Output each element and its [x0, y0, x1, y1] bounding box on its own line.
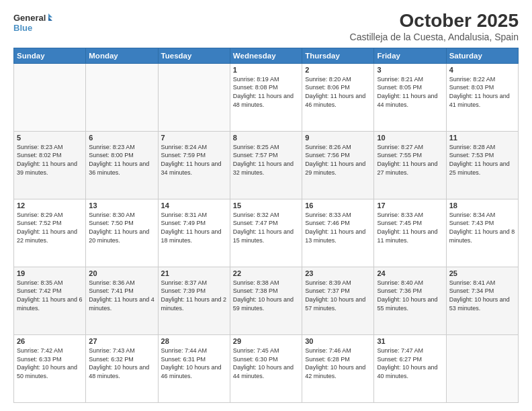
- day-number: 5: [17, 134, 83, 142]
- calendar-cell: 19Sunrise: 8:35 AM Sunset: 7:42 PM Dayli…: [14, 267, 86, 334]
- calendar-table: SundayMondayTuesdayWednesdayThursdayFrid…: [13, 48, 519, 403]
- calendar-cell: 5Sunrise: 8:23 AM Sunset: 8:02 PM Daylig…: [14, 131, 86, 199]
- calendar-week-5: 26Sunrise: 7:42 AM Sunset: 6:33 PM Dayli…: [14, 334, 519, 402]
- day-number: 2: [305, 66, 371, 74]
- day-info: Sunrise: 8:21 AM Sunset: 8:05 PM Dayligh…: [377, 75, 443, 109]
- calendar-cell: 1Sunrise: 8:19 AM Sunset: 8:08 PM Daylig…: [230, 63, 302, 131]
- calendar-header-monday: Monday: [86, 48, 158, 63]
- calendar-cell: 13Sunrise: 8:30 AM Sunset: 7:50 PM Dayli…: [86, 199, 158, 267]
- calendar-cell: 4Sunrise: 8:22 AM Sunset: 8:03 PM Daylig…: [446, 63, 518, 131]
- day-number: 24: [377, 269, 443, 277]
- day-number: 17: [377, 201, 443, 210]
- page-subtitle: Castilleja de la Cuesta, Andalusia, Spai…: [350, 32, 519, 42]
- day-number: 1: [233, 66, 299, 74]
- calendar-cell: 21Sunrise: 8:37 AM Sunset: 7:39 PM Dayli…: [158, 267, 230, 334]
- day-info: Sunrise: 8:39 AM Sunset: 7:37 PM Dayligh…: [305, 279, 371, 312]
- calendar-week-2: 5Sunrise: 8:23 AM Sunset: 8:02 PM Daylig…: [14, 131, 519, 199]
- day-info: Sunrise: 8:34 AM Sunset: 7:43 PM Dayligh…: [449, 211, 515, 244]
- day-number: 11: [449, 134, 515, 142]
- calendar-cell: 9Sunrise: 8:26 AM Sunset: 7:56 PM Daylig…: [302, 131, 374, 199]
- day-info: Sunrise: 8:31 AM Sunset: 7:49 PM Dayligh…: [161, 211, 227, 244]
- calendar-cell: 18Sunrise: 8:34 AM Sunset: 7:43 PM Dayli…: [446, 199, 518, 267]
- day-number: 8: [233, 134, 299, 142]
- calendar-header-saturday: Saturday: [446, 48, 518, 63]
- day-info: Sunrise: 8:26 AM Sunset: 7:56 PM Dayligh…: [305, 143, 371, 177]
- svg-text:General: General: [13, 13, 46, 23]
- day-info: Sunrise: 8:38 AM Sunset: 7:38 PM Dayligh…: [233, 279, 299, 312]
- calendar-cell: [14, 63, 86, 131]
- day-number: 25: [449, 269, 515, 277]
- calendar-cell: 14Sunrise: 8:31 AM Sunset: 7:49 PM Dayli…: [158, 199, 230, 267]
- day-number: 15: [233, 201, 299, 210]
- calendar-cell: 2Sunrise: 8:20 AM Sunset: 8:06 PM Daylig…: [302, 63, 374, 131]
- calendar-cell: 25Sunrise: 8:41 AM Sunset: 7:34 PM Dayli…: [446, 267, 518, 334]
- calendar-cell: 7Sunrise: 8:24 AM Sunset: 7:59 PM Daylig…: [158, 131, 230, 199]
- day-info: Sunrise: 8:23 AM Sunset: 8:02 PM Dayligh…: [17, 143, 83, 177]
- day-number: 13: [89, 201, 154, 210]
- day-info: Sunrise: 8:40 AM Sunset: 7:36 PM Dayligh…: [377, 279, 443, 312]
- calendar-cell: 17Sunrise: 8:33 AM Sunset: 7:45 PM Dayli…: [374, 199, 446, 267]
- day-number: 27: [89, 337, 154, 345]
- day-number: 28: [161, 337, 227, 345]
- calendar-cell: 15Sunrise: 8:32 AM Sunset: 7:47 PM Dayli…: [230, 199, 302, 267]
- logo-svg: General Blue: [13, 11, 54, 35]
- day-number: 4: [449, 66, 515, 74]
- calendar-header-wednesday: Wednesday: [230, 48, 302, 63]
- day-info: Sunrise: 8:35 AM Sunset: 7:42 PM Dayligh…: [17, 279, 83, 312]
- day-number: 31: [377, 337, 443, 345]
- day-info: Sunrise: 8:29 AM Sunset: 7:52 PM Dayligh…: [17, 211, 83, 244]
- calendar-cell: 23Sunrise: 8:39 AM Sunset: 7:37 PM Dayli…: [302, 267, 374, 334]
- day-number: 23: [305, 269, 371, 277]
- calendar-cell: 24Sunrise: 8:40 AM Sunset: 7:36 PM Dayli…: [374, 267, 446, 334]
- day-info: Sunrise: 7:42 AM Sunset: 6:33 PM Dayligh…: [17, 347, 83, 380]
- day-info: Sunrise: 8:33 AM Sunset: 7:45 PM Dayligh…: [377, 211, 443, 244]
- calendar-cell: [446, 334, 518, 402]
- calendar-cell: 30Sunrise: 7:46 AM Sunset: 6:28 PM Dayli…: [302, 334, 374, 402]
- calendar-cell: 20Sunrise: 8:36 AM Sunset: 7:41 PM Dayli…: [86, 267, 158, 334]
- day-info: Sunrise: 8:25 AM Sunset: 7:57 PM Dayligh…: [233, 143, 299, 177]
- calendar-cell: 12Sunrise: 8:29 AM Sunset: 7:52 PM Dayli…: [14, 199, 86, 267]
- day-number: 22: [233, 269, 299, 277]
- calendar-cell: 22Sunrise: 8:38 AM Sunset: 7:38 PM Dayli…: [230, 267, 302, 334]
- calendar-header-friday: Friday: [374, 48, 446, 63]
- calendar-cell: 31Sunrise: 7:47 AM Sunset: 6:27 PM Dayli…: [374, 334, 446, 402]
- day-number: 21: [161, 269, 227, 277]
- calendar-cell: 16Sunrise: 8:33 AM Sunset: 7:46 PM Dayli…: [302, 199, 374, 267]
- day-number: 9: [305, 134, 371, 142]
- calendar-header-row: SundayMondayTuesdayWednesdayThursdayFrid…: [14, 48, 519, 63]
- calendar-cell: 26Sunrise: 7:42 AM Sunset: 6:33 PM Dayli…: [14, 334, 86, 402]
- title-block: October 2025 Castilleja de la Cuesta, An…: [350, 11, 519, 42]
- calendar-header-thursday: Thursday: [302, 48, 374, 63]
- page-title: October 2025: [350, 11, 519, 32]
- day-number: 18: [449, 201, 515, 210]
- calendar-cell: 3Sunrise: 8:21 AM Sunset: 8:05 PM Daylig…: [374, 63, 446, 131]
- day-number: 14: [161, 201, 227, 210]
- day-number: 19: [17, 269, 83, 277]
- day-info: Sunrise: 8:30 AM Sunset: 7:50 PM Dayligh…: [89, 211, 154, 244]
- svg-marker-1: [48, 13, 52, 17]
- day-number: 16: [305, 201, 371, 210]
- day-info: Sunrise: 8:32 AM Sunset: 7:47 PM Dayligh…: [233, 211, 299, 244]
- day-number: 7: [161, 134, 227, 142]
- calendar-cell: 27Sunrise: 7:43 AM Sunset: 6:32 PM Dayli…: [86, 334, 158, 402]
- day-info: Sunrise: 8:36 AM Sunset: 7:41 PM Dayligh…: [89, 279, 154, 312]
- day-number: 3: [377, 66, 443, 74]
- calendar-cell: [86, 63, 158, 131]
- header: General Blue October 2025 Castilleja de …: [13, 11, 519, 42]
- calendar-header-sunday: Sunday: [14, 48, 86, 63]
- day-info: Sunrise: 8:20 AM Sunset: 8:06 PM Dayligh…: [305, 75, 371, 109]
- day-number: 20: [89, 269, 154, 277]
- day-info: Sunrise: 8:19 AM Sunset: 8:08 PM Dayligh…: [233, 75, 299, 109]
- day-number: 6: [89, 134, 154, 142]
- calendar-cell: 28Sunrise: 7:44 AM Sunset: 6:31 PM Dayli…: [158, 334, 230, 402]
- calendar-cell: 10Sunrise: 8:27 AM Sunset: 7:55 PM Dayli…: [374, 131, 446, 199]
- day-info: Sunrise: 8:28 AM Sunset: 7:53 PM Dayligh…: [449, 143, 515, 177]
- day-info: Sunrise: 8:24 AM Sunset: 7:59 PM Dayligh…: [161, 143, 227, 177]
- day-number: 12: [17, 201, 83, 210]
- day-info: Sunrise: 8:22 AM Sunset: 8:03 PM Dayligh…: [449, 75, 515, 109]
- day-info: Sunrise: 7:44 AM Sunset: 6:31 PM Dayligh…: [161, 347, 227, 380]
- day-info: Sunrise: 8:23 AM Sunset: 8:00 PM Dayligh…: [89, 143, 154, 177]
- svg-text:Blue: Blue: [13, 23, 32, 33]
- logo: General Blue: [13, 11, 54, 35]
- calendar-cell: [158, 63, 230, 131]
